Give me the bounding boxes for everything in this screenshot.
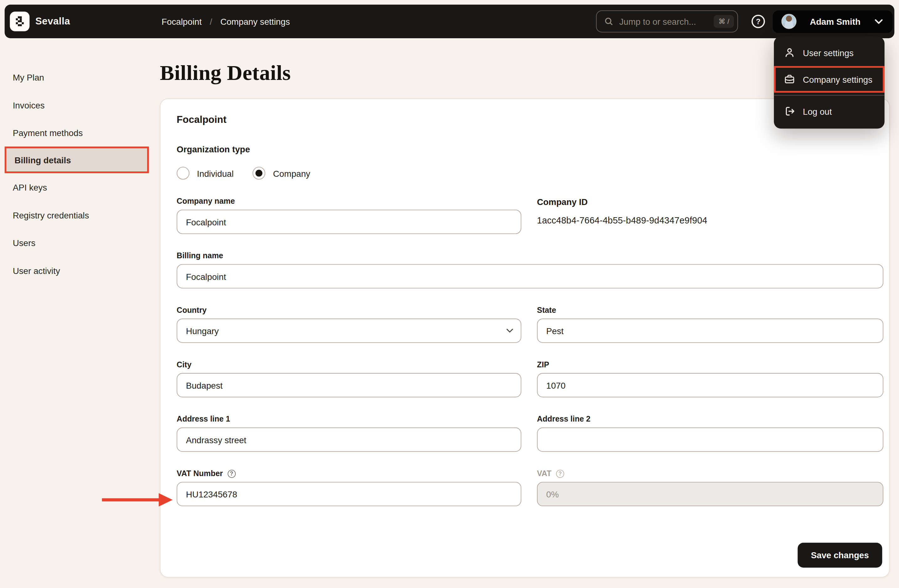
menu-item-label: User settings: [803, 48, 854, 57]
billing-details-card: Focalpoint Organization type Individual …: [160, 99, 890, 577]
breadcrumb-separator: /: [210, 17, 212, 26]
avatar: [782, 14, 797, 29]
radio-individual-circle[interactable]: [177, 167, 190, 180]
organization-type-radio-group: Individual Company: [177, 167, 882, 180]
sidebar-item-user-activity[interactable]: User activity: [5, 257, 149, 285]
radio-company[interactable]: Company: [253, 167, 310, 180]
billing-name-field: Billing name: [177, 252, 884, 289]
sidebar-item-payment-methods[interactable]: Payment methods: [5, 119, 149, 147]
menu-item-user-settings[interactable]: User settings: [774, 40, 885, 66]
state-input[interactable]: [537, 318, 884, 343]
company-name-field: Company name: [177, 197, 522, 234]
sidebar-item-users[interactable]: Users: [5, 229, 149, 257]
vat-number-field: VAT Number ?: [177, 469, 522, 506]
address-line-1-input[interactable]: [177, 427, 522, 452]
billing-name-input[interactable]: [177, 264, 884, 289]
country-select[interactable]: Hungary: [177, 318, 522, 343]
country-label: Country: [177, 306, 522, 315]
state-label: State: [537, 306, 884, 315]
app: Sevalla Focalpoint / Company settings ⌘ …: [0, 0, 899, 588]
sidebar-item-registry-credentials[interactable]: Registry credentials: [5, 201, 149, 229]
billing-name-label: Billing name: [177, 252, 884, 260]
radio-individual[interactable]: Individual: [177, 167, 234, 180]
page-title: Billing Details: [160, 60, 291, 85]
annotation-arrow: [99, 489, 175, 511]
briefcase-icon: [784, 74, 795, 85]
user-dropdown-menu: User settings Company settings Log out: [774, 36, 885, 128]
topbar: Sevalla Focalpoint / Company settings ⌘ …: [5, 5, 894, 38]
vat-number-label: VAT Number ?: [177, 469, 522, 478]
user-icon: [784, 47, 795, 59]
sidebar-item-api-keys[interactable]: API keys: [5, 173, 149, 201]
vat-label: VAT ?: [537, 469, 884, 478]
zip-field: ZIP: [537, 360, 884, 397]
chevron-down-icon: [874, 19, 883, 24]
city-field: City: [177, 360, 522, 397]
vat-field: VAT ?: [537, 469, 884, 506]
radio-company-circle[interactable]: [253, 167, 266, 180]
save-changes-button[interactable]: Save changes: [797, 543, 882, 568]
country-field: Country Hungary: [177, 306, 522, 343]
topbar-right: ⌘ / ? Adam Smith: [596, 10, 894, 32]
user-name: Adam Smith: [809, 17, 860, 26]
sidebar-item-my-plan[interactable]: My Plan: [5, 63, 149, 91]
help-icon: ?: [751, 14, 766, 29]
menu-item-company-settings[interactable]: Company settings: [774, 66, 885, 93]
search-input[interactable]: [618, 16, 714, 27]
search-box[interactable]: ⌘ /: [596, 10, 738, 32]
svg-text:?: ?: [756, 17, 761, 26]
city-label: City: [177, 360, 522, 369]
brand[interactable]: Sevalla: [10, 12, 70, 31]
chevron-down-icon: [506, 329, 513, 333]
question-icon[interactable]: ?: [556, 469, 564, 478]
user-menu-button[interactable]: Adam Smith: [773, 10, 893, 32]
breadcrumb-org[interactable]: Focalpoint: [162, 17, 202, 26]
address-line-1-label: Address line 1: [177, 415, 522, 423]
question-icon[interactable]: ?: [227, 469, 236, 478]
help-button[interactable]: ?: [751, 14, 766, 29]
search-shortcut-badge: ⌘ /: [714, 15, 734, 28]
address-line-2-label: Address line 2: [537, 415, 884, 423]
company-id-field: Company ID 1acc48b4-7664-4b55-b489-9d434…: [537, 197, 884, 234]
address-line-2-field: Address line 2: [537, 415, 884, 452]
logout-icon: [784, 105, 795, 117]
company-id-value: 1acc48b4-7664-4b55-b489-9d4347e9f904: [537, 215, 884, 226]
state-field: State: [537, 306, 884, 343]
sidebar: My Plan Invoices Payment methods Billing…: [5, 63, 155, 284]
sevalla-logo-icon: [10, 12, 29, 31]
company-name-input[interactable]: [177, 210, 522, 234]
company-name-label: Company name: [177, 197, 522, 205]
breadcrumb-page[interactable]: Company settings: [220, 17, 290, 26]
sidebar-item-invoices[interactable]: Invoices: [5, 91, 149, 119]
breadcrumb: Focalpoint / Company settings: [162, 5, 290, 38]
sidebar-item-billing-details[interactable]: Billing details: [5, 147, 149, 173]
company-id-label: Company ID: [537, 197, 884, 207]
brand-name: Sevalla: [36, 15, 70, 27]
organization-type-label: Organization type: [177, 144, 882, 154]
address-line-2-input[interactable]: [537, 427, 884, 452]
menu-item-label: Company settings: [803, 74, 872, 84]
menu-divider: [774, 95, 885, 96]
radio-selected-dot: [256, 170, 263, 176]
search-icon: [604, 17, 613, 26]
address-line-1-field: Address line 1: [177, 415, 522, 452]
menu-item-label: Log out: [803, 106, 832, 116]
vat-input: [537, 482, 884, 506]
vat-number-input[interactable]: [177, 482, 522, 506]
menu-item-log-out[interactable]: Log out: [774, 98, 885, 124]
zip-input[interactable]: [537, 373, 884, 397]
city-input[interactable]: [177, 373, 522, 397]
zip-label: ZIP: [537, 360, 884, 369]
